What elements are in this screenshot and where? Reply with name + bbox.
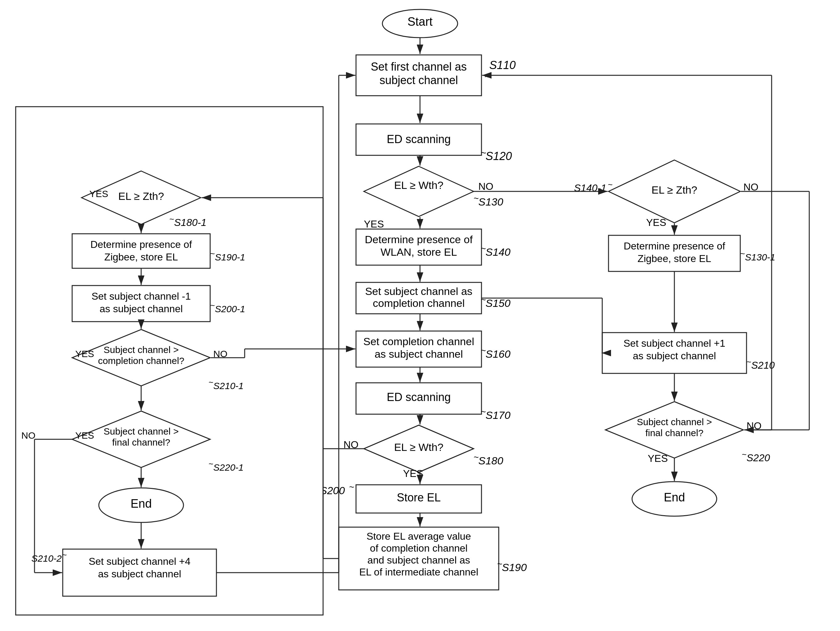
s180-1-diamond-text: EL ≥ Zth?	[118, 190, 164, 202]
s190-1-tilde: ~	[210, 249, 215, 258]
s210-1-diamond-text-2: completion channel?	[98, 356, 184, 366]
s150-text-2: completion channel	[373, 297, 465, 309]
s220-label: S220	[747, 452, 770, 463]
s120-label: S120	[486, 150, 512, 163]
s170-label: S170	[486, 409, 510, 421]
s220-tilde: ~	[742, 450, 747, 459]
s210-text-2: as subject channel	[633, 350, 716, 362]
s180-1-yes: YES	[89, 188, 108, 199]
s200-text: Store EL	[397, 491, 441, 504]
s130-label: S130	[478, 196, 503, 208]
s110-text-2: subject channel	[379, 74, 458, 87]
s140-label: S140	[486, 246, 510, 258]
s140-text-2: WLAN, store EL	[381, 246, 457, 258]
s130-1-tilde: ~	[740, 249, 745, 258]
s130-1-label: S130-1	[745, 252, 775, 263]
s120-text: ED scanning	[387, 133, 451, 145]
end-left-label: End	[131, 497, 152, 510]
s140-yes: YES	[364, 218, 384, 230]
s120-tilde: ~	[481, 147, 486, 158]
end-right-label: End	[664, 491, 685, 504]
s180-tilde: ~	[474, 452, 478, 462]
s140-1-label: S140-1	[574, 182, 606, 194]
s130-1-text-2: Zigbee, store EL	[638, 253, 711, 264]
s130-tilde: ~	[474, 194, 478, 203]
s190-text-4: EL of intermediate channel	[359, 566, 478, 578]
s210-1-tilde: ~	[208, 378, 213, 387]
s180-label: S180	[478, 455, 503, 467]
s210-1-diamond-text-1: Subject channel >	[104, 345, 178, 355]
s140-1-diamond-text: EL ≥ Zth?	[652, 184, 697, 196]
s140-tilde: ~	[481, 244, 486, 253]
s220-1-yes: YES	[75, 430, 94, 441]
s160-text-1: Set completion channel	[363, 335, 474, 347]
s130-no: NO	[478, 181, 493, 192]
s200-1-text-1: Set subject channel -1	[92, 291, 191, 302]
s110-label: S110	[489, 59, 516, 71]
s220-diamond-text-1: Subject channel >	[637, 417, 712, 427]
s190-tilde: ~	[497, 559, 502, 569]
s180-1-tilde: ~	[169, 214, 174, 224]
diagram-container: Start Set first channel as subject chann…	[0, 0, 840, 631]
s130-diamond-text: EL ≥ Wth?	[394, 179, 443, 191]
s190-label: S190	[502, 561, 527, 573]
start-label: Start	[407, 15, 433, 28]
s200-1-text-2: as subject channel	[99, 303, 183, 315]
s210-2-tilde: ~	[62, 550, 67, 560]
s200-1-tilde: ~	[210, 300, 215, 310]
s220-diamond-text-2: final channel?	[645, 428, 703, 438]
s140-1-yes: YES	[646, 217, 666, 228]
s170-tilde: ~	[481, 407, 486, 417]
s150-label: S150	[486, 297, 510, 309]
s150-text-1: Set subject channel as	[365, 285, 472, 297]
s160-label: S160	[486, 348, 510, 360]
s190-1-label: S190-1	[215, 252, 245, 263]
s210-2-text-2: as subject channel	[98, 568, 181, 580]
s210-tilde: ~	[747, 357, 751, 367]
s210-2-label: S210-2	[32, 553, 62, 563]
s220-1-no: NO	[21, 430, 35, 441]
s110-text-1: Set first channel as	[371, 60, 467, 73]
s150-tilde: ~	[481, 295, 486, 305]
s160-tilde: ~	[481, 346, 486, 356]
s190-text-3: and subject channel as	[367, 554, 470, 566]
s220-1-tilde: ~	[208, 459, 213, 468]
s220-1-diamond-text-1: Subject channel >	[104, 426, 178, 436]
s210-1-label: S210-1	[213, 381, 244, 391]
s220-yes: YES	[648, 453, 668, 464]
s200-1-label: S200-1	[215, 304, 245, 314]
s210-2-text-1: Set subject channel +4	[89, 556, 191, 567]
s190-1-text-1: Determine presence of	[90, 239, 192, 250]
s200-label: S200	[320, 484, 345, 497]
s180-diamond-text: EL ≥ Wth?	[394, 441, 443, 453]
s160-text-2: as subject channel	[374, 348, 463, 360]
s190-1-text-2: Zigbee, store EL	[104, 251, 178, 263]
s210-1-yes: YES	[75, 349, 94, 359]
s220-1-label: S220-1	[213, 462, 244, 473]
s210-text-1: Set subject channel +1	[624, 338, 726, 349]
s140-text-1: Determine presence of	[365, 234, 473, 245]
s140-1-tilde: ~	[608, 180, 613, 189]
s170-text: ED scanning	[387, 391, 451, 403]
s110-tilde: ~	[485, 71, 490, 82]
s190-text-1: Store EL average value	[366, 531, 471, 542]
s220-1-diamond-text-2: final channel?	[112, 437, 170, 448]
s130-1-text-1: Determine presence of	[624, 240, 725, 251]
s190-text-2: of completion channel	[370, 542, 467, 554]
s180-1-label: S180-1	[174, 217, 207, 228]
s200-tilde: ~	[349, 482, 354, 492]
